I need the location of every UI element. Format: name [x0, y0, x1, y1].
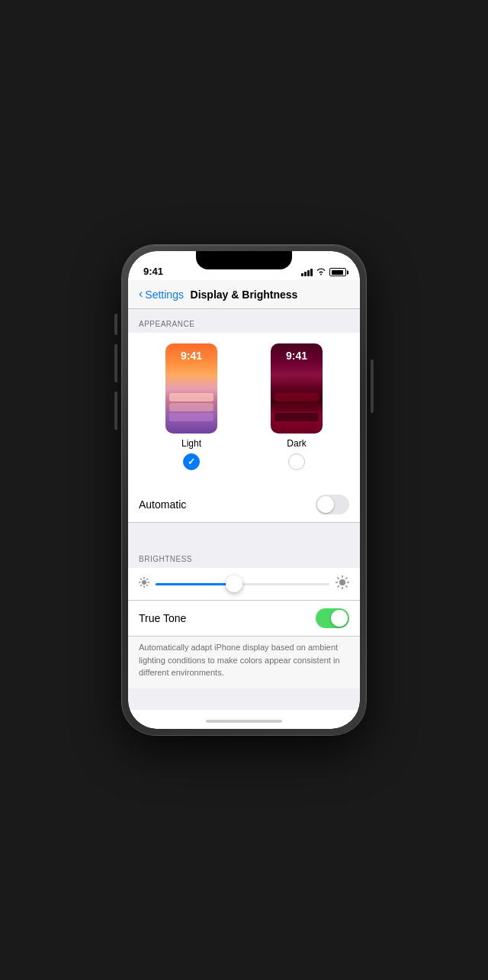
brightness-slider-row: [128, 568, 360, 601]
nav-bar: ‹ Settings Display & Brightness: [128, 280, 360, 309]
brightness-slider[interactable]: [156, 576, 329, 592]
wifi-icon: [316, 267, 326, 277]
light-radio[interactable]: ✓: [183, 453, 200, 470]
true-tone-label: True Tone: [139, 612, 186, 624]
light-appearance-option[interactable]: 9:41 Light ✓: [165, 343, 217, 470]
home-bar: [206, 720, 282, 723]
automatic-toggle-thumb: [317, 496, 334, 513]
true-tone-row: True Tone: [128, 601, 360, 636]
dark-appearance-option[interactable]: 9:41 Dark: [271, 343, 323, 470]
status-icons: [301, 267, 346, 277]
phone-screen: 9:41: [128, 251, 360, 729]
svg-point-9: [339, 579, 345, 585]
svg-line-17: [338, 585, 339, 587]
signal-bar-2: [304, 272, 307, 276]
slider-track: [156, 583, 329, 585]
svg-point-0: [142, 580, 146, 585]
mute-button: [114, 314, 117, 335]
appearance-card: 9:41 Light ✓: [128, 333, 360, 487]
phone-frame: 9:41: [122, 245, 366, 735]
automatic-row: Automatic: [128, 487, 360, 523]
spacer-2: [128, 688, 360, 710]
signal-bar-1: [301, 273, 303, 276]
true-tone-toggle[interactable]: [316, 608, 349, 628]
signal-bars: [301, 269, 313, 276]
back-chevron-icon: ‹: [139, 287, 143, 301]
light-label: Light: [181, 438, 201, 449]
light-check-icon: ✓: [188, 456, 195, 467]
volume-down-button: [114, 392, 117, 430]
battery-icon: [329, 268, 346, 276]
appearance-options: 9:41 Light ✓: [139, 343, 349, 470]
power-button: [371, 359, 374, 413]
svg-line-16: [345, 578, 347, 579]
true-tone-description: Automatically adapt iPhone display based…: [128, 636, 360, 688]
automatic-toggle[interactable]: [316, 495, 349, 514]
dark-preview: 9:41: [271, 343, 323, 434]
brightness-section-header: BRIGHTNESS: [128, 544, 360, 568]
svg-line-6: [146, 585, 148, 586]
svg-line-8: [140, 585, 142, 586]
slider-thumb[interactable]: [226, 575, 242, 592]
signal-bar-3: [307, 270, 310, 276]
back-label: Settings: [145, 289, 184, 301]
home-indicator: [128, 714, 360, 729]
light-preview-time: 9:41: [181, 350, 202, 362]
svg-line-15: [345, 585, 347, 587]
dark-label: Dark: [287, 438, 306, 449]
true-tone-toggle-thumb: [331, 610, 348, 627]
settings-content: APPEARANCE 9:41: [128, 309, 360, 714]
battery-fill: [332, 270, 343, 275]
slider-fill: [156, 583, 234, 585]
svg-line-14: [338, 578, 339, 579]
dark-preview-time: 9:41: [286, 350, 307, 362]
notch: [196, 251, 292, 269]
page-title: Display & Brightness: [191, 289, 298, 301]
status-time: 9:41: [142, 266, 163, 277]
brightness-low-icon: [139, 577, 149, 591]
appearance-section-header: APPEARANCE: [128, 309, 360, 333]
dark-radio[interactable]: [288, 453, 305, 470]
spacer-1: [128, 523, 360, 544]
back-button[interactable]: ‹ Settings: [139, 288, 184, 301]
signal-bar-4: [310, 269, 313, 276]
screen-content: 9:41: [128, 251, 360, 729]
automatic-label: Automatic: [139, 498, 186, 511]
svg-line-7: [146, 579, 148, 580]
brightness-card: True Tone Automatically adapt iPhone dis…: [128, 568, 360, 688]
svg-line-5: [140, 579, 142, 580]
light-preview: 9:41: [165, 343, 217, 434]
volume-up-button: [114, 344, 117, 382]
brightness-high-icon: [336, 575, 349, 592]
